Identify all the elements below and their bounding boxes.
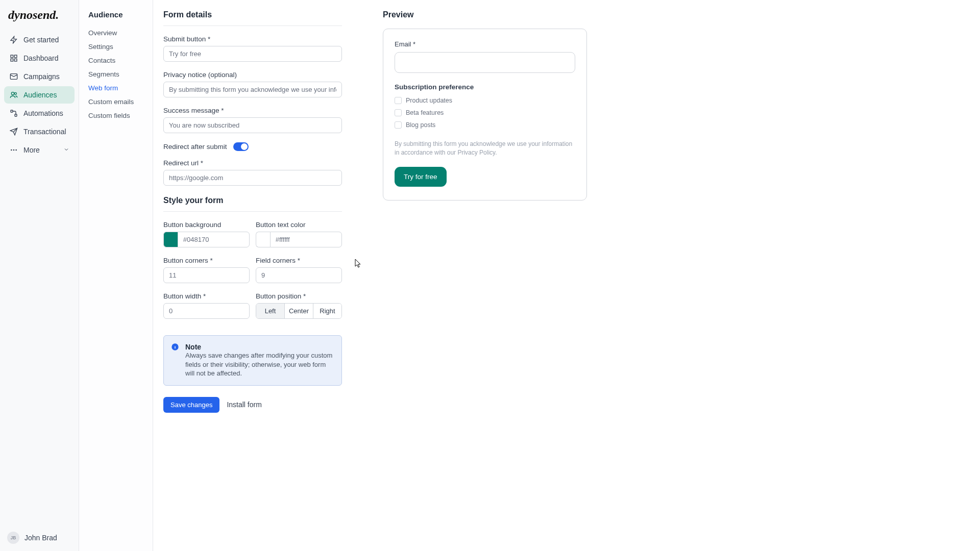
preview-privacy-notice: By submitting this form you acknowledge … xyxy=(395,140,575,158)
preview-submit-button[interactable]: Try for free xyxy=(395,167,447,187)
subnav-overview[interactable]: Overview xyxy=(88,29,144,37)
svg-rect-3 xyxy=(14,59,17,61)
preview-subpref-label: Subscription preference xyxy=(395,83,575,91)
svg-rect-0 xyxy=(11,55,13,58)
field-corners-label: Field corners * xyxy=(256,257,342,264)
subnav-segments[interactable]: Segments xyxy=(88,70,144,78)
position-left[interactable]: Left xyxy=(256,304,284,318)
form-settings-column: Form details Submit button * Privacy not… xyxy=(163,10,342,531)
subnav-settings[interactable]: Settings xyxy=(88,43,144,51)
users-icon xyxy=(9,90,18,99)
button-corners-input[interactable] xyxy=(163,267,250,283)
position-center[interactable]: Center xyxy=(284,304,313,318)
nav-campaigns[interactable]: Campaigns xyxy=(4,68,75,85)
position-right[interactable]: Right xyxy=(313,304,341,318)
nav-label: Automations xyxy=(23,109,63,117)
svg-rect-2 xyxy=(11,59,13,61)
checkbox-label: Product updates xyxy=(406,97,452,104)
divider xyxy=(163,211,342,212)
audience-subnav: Audience Overview Settings Contacts Segm… xyxy=(79,0,153,551)
redirect-url-label: Redirect url * xyxy=(163,159,342,167)
workflow-icon xyxy=(9,109,18,118)
checkbox-icon xyxy=(395,109,402,116)
checkbox-label: Beta features xyxy=(406,109,444,116)
button-position-label: Button position * xyxy=(256,292,342,300)
privacy-notice-label: Privacy notice (optional) xyxy=(163,71,342,79)
lightning-icon xyxy=(9,35,18,44)
preview-box: Email * Subscription preference Product … xyxy=(383,29,587,201)
divider xyxy=(163,26,342,26)
preview-checkbox-row[interactable]: Blog posts xyxy=(395,121,575,129)
redirect-after-submit-label: Redirect after submit xyxy=(163,143,227,151)
nav-label: Dashboard xyxy=(23,54,59,62)
button-position-segmented: Left Center Right xyxy=(256,303,342,319)
success-message-label: Success message * xyxy=(163,107,342,114)
nav-audiences[interactable]: Audiences xyxy=(4,86,75,104)
redirect-toggle[interactable] xyxy=(233,142,249,151)
button-bg-input[interactable] xyxy=(178,232,250,247)
svg-point-10 xyxy=(13,149,15,151)
button-text-color-label: Button text color xyxy=(256,221,342,229)
content-area: Form details Submit button * Privacy not… xyxy=(153,0,980,551)
send-icon xyxy=(9,127,18,136)
privacy-notice-input[interactable] xyxy=(163,82,342,97)
svg-rect-8 xyxy=(15,114,17,116)
preview-email-label: Email * xyxy=(395,40,575,48)
nav-label: Campaigns xyxy=(23,72,60,81)
svg-point-6 xyxy=(14,92,16,94)
svg-point-5 xyxy=(11,92,14,95)
checkbox-icon xyxy=(395,97,402,104)
nav-dashboard[interactable]: Dashboard xyxy=(4,49,75,67)
chevron-down-icon xyxy=(63,146,69,154)
button-text-color-input[interactable] xyxy=(270,232,342,247)
redirect-url-input[interactable] xyxy=(163,170,342,186)
checkbox-label: Blog posts xyxy=(406,121,435,129)
svg-rect-7 xyxy=(11,110,13,112)
subnav-web-form[interactable]: Web form xyxy=(88,84,144,92)
button-width-label: Button width * xyxy=(163,292,250,300)
nav-get-started[interactable]: Get started xyxy=(4,31,75,48)
nav-label: Audiences xyxy=(23,91,57,99)
note-text: Always save changes after modifying your… xyxy=(185,351,334,378)
nav-transactional[interactable]: Transactional xyxy=(4,123,75,140)
user-name: John Brad xyxy=(24,534,57,542)
svg-point-11 xyxy=(15,149,17,151)
submit-button-input[interactable] xyxy=(163,46,342,62)
grid-icon xyxy=(9,54,18,63)
preview-checkbox-row[interactable]: Product updates xyxy=(395,97,575,104)
preview-checkbox-row[interactable]: Beta features xyxy=(395,109,575,116)
preview-email-input[interactable] xyxy=(395,52,575,73)
nav-more[interactable]: More xyxy=(4,141,75,159)
subnav-contacts[interactable]: Contacts xyxy=(88,57,144,64)
nav-automations[interactable]: Automations xyxy=(4,105,75,122)
user-menu[interactable]: JB John Brad xyxy=(0,524,79,551)
nav-label: More xyxy=(23,146,40,154)
main-sidebar: dynosend. Get started Dashboard Campaign… xyxy=(0,0,79,551)
success-message-input[interactable] xyxy=(163,117,342,133)
svg-point-9 xyxy=(11,149,12,151)
logo: dynosend. xyxy=(0,5,79,31)
info-icon xyxy=(171,343,179,378)
subnav-custom-fields[interactable]: Custom fields xyxy=(88,112,144,119)
field-corners-input[interactable] xyxy=(256,267,342,283)
form-details-heading: Form details xyxy=(163,10,342,26)
mail-icon xyxy=(9,72,18,81)
preview-heading: Preview xyxy=(383,10,587,26)
button-width-input[interactable] xyxy=(163,303,250,319)
note-title: Note xyxy=(185,343,334,351)
button-corners-label: Button corners * xyxy=(163,257,250,264)
svg-rect-1 xyxy=(14,55,17,58)
nav-label: Get started xyxy=(23,36,59,44)
subnav-custom-emails[interactable]: Custom emails xyxy=(88,98,144,106)
submit-button-label: Submit button * xyxy=(163,35,342,43)
dots-icon xyxy=(9,145,18,155)
button-bg-swatch[interactable] xyxy=(163,232,178,247)
subnav-title: Audience xyxy=(88,10,144,19)
nav-label: Transactional xyxy=(23,128,66,136)
note-box: Note Always save changes after modifying… xyxy=(163,335,342,386)
checkbox-icon xyxy=(395,121,402,129)
button-text-swatch[interactable] xyxy=(256,232,270,247)
style-form-heading: Style your form xyxy=(163,196,342,211)
save-changes-button[interactable]: Save changes xyxy=(163,397,219,413)
install-form-button[interactable]: Install form xyxy=(227,400,261,409)
